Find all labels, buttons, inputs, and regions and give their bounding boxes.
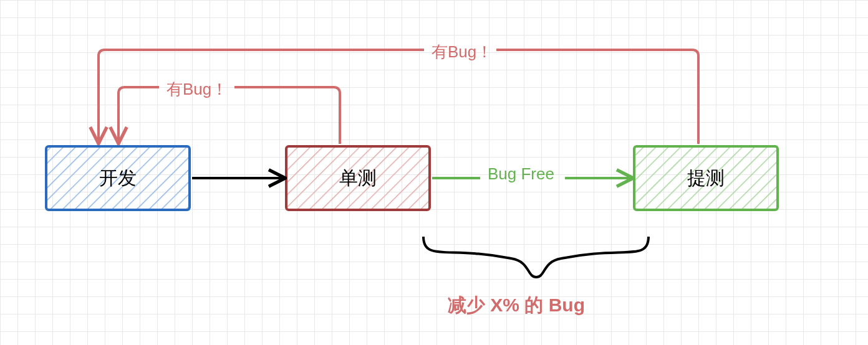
edge-label-bugfree: Bug Free	[488, 164, 554, 184]
node-submit-label: 提测	[687, 166, 725, 191]
node-utest-label: 单测	[339, 166, 377, 191]
edge-label-submit-to-dev: 有Bug！	[432, 41, 493, 63]
edge-utest-to-dev-right	[234, 87, 340, 144]
edge-label-utest-to-dev: 有Bug！	[166, 78, 228, 100]
brace	[423, 237, 649, 277]
edge-utest-to-dev-left	[118, 87, 159, 142]
edge-submit-to-dev-right	[496, 50, 698, 144]
node-utest: 单测	[286, 146, 430, 210]
node-dev: 开发	[46, 146, 190, 210]
node-dev-label: 开发	[99, 166, 137, 191]
annotation-reduce-bug: 减少 X% 的 Bug	[448, 293, 585, 318]
edge-submit-to-dev-left	[99, 50, 424, 142]
node-submit: 提测	[634, 146, 778, 210]
